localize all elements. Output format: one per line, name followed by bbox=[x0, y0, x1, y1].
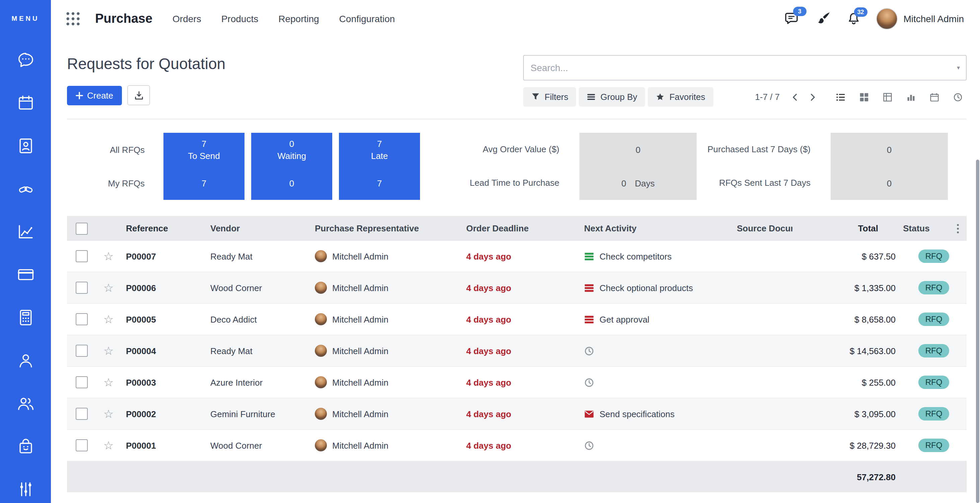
kanban-view-button[interactable] bbox=[855, 89, 873, 105]
clock-icon bbox=[584, 440, 594, 450]
next-activity[interactable] bbox=[579, 377, 732, 387]
tile-waiting[interactable]: 0Waiting 0 bbox=[251, 133, 332, 200]
representative-avatar bbox=[315, 282, 327, 294]
pivot-view-button[interactable] bbox=[879, 89, 896, 105]
header-reference[interactable]: Reference bbox=[121, 224, 205, 233]
favorite-star-icon[interactable]: ☆ bbox=[97, 282, 121, 294]
table-row[interactable]: ☆ P00003 Azure Interior Mitchell Admin 4… bbox=[67, 367, 967, 398]
tile-to-send[interactable]: 7To Send 7 bbox=[164, 133, 245, 200]
next-activity[interactable] bbox=[579, 346, 732, 356]
activity-view-button[interactable] bbox=[949, 89, 967, 105]
menu-orders[interactable]: Orders bbox=[172, 13, 201, 24]
sidebar-item-discuss[interactable] bbox=[0, 38, 51, 81]
next-activity[interactable]: Check optional products bbox=[579, 283, 732, 293]
favorite-star-icon[interactable]: ☆ bbox=[97, 377, 121, 388]
calendar-icon bbox=[16, 94, 35, 112]
table-row[interactable]: ☆ P00005 Deco Addict Mitchell Admin 4 da… bbox=[67, 304, 967, 335]
header-total[interactable]: Total bbox=[792, 224, 883, 233]
row-checkbox[interactable] bbox=[76, 408, 88, 420]
total-amount: $ 255.00 bbox=[810, 377, 901, 387]
menu-label[interactable]: MENU bbox=[12, 15, 40, 22]
group-by-button[interactable]: Group By bbox=[579, 87, 645, 107]
next-activity[interactable] bbox=[579, 440, 732, 450]
favorite-star-icon[interactable]: ☆ bbox=[97, 440, 121, 451]
next-activity[interactable]: Check competitors bbox=[579, 251, 732, 261]
search-dropdown-caret-icon[interactable]: ▾ bbox=[951, 64, 966, 71]
list-view-button[interactable] bbox=[832, 89, 850, 105]
table-row[interactable]: ☆ P00004 Ready Mat Mitchell Admin 4 days… bbox=[67, 335, 967, 367]
pager-previous-button[interactable] bbox=[786, 88, 804, 105]
table-row[interactable]: ☆ P00001 Wood Corner Mitchell Admin 4 da… bbox=[67, 430, 967, 461]
messages-button[interactable]: 3 bbox=[784, 11, 800, 27]
export-button[interactable] bbox=[127, 85, 150, 105]
vertical-scrollbar[interactable] bbox=[976, 160, 979, 503]
graph-view-button[interactable] bbox=[902, 89, 920, 105]
header-status[interactable]: Status bbox=[883, 224, 949, 233]
sidebar-item-contacts[interactable] bbox=[0, 124, 51, 167]
avg-order-value-label: Avg Order Value ($) bbox=[435, 144, 559, 155]
row-checkbox[interactable] bbox=[76, 345, 88, 357]
tile-last-7-days: 0 0 bbox=[830, 133, 948, 200]
calendar-view-button[interactable] bbox=[926, 89, 943, 105]
line-chart-icon bbox=[16, 222, 35, 240]
total-amount: $ 28,729.30 bbox=[810, 440, 901, 450]
sidebar-item-accounting[interactable] bbox=[0, 296, 51, 339]
sidebar-item-crm[interactable] bbox=[0, 167, 51, 210]
favorite-star-icon[interactable]: ☆ bbox=[97, 408, 121, 420]
create-button[interactable]: Create bbox=[67, 86, 122, 105]
header-order-deadline[interactable]: Order Deadline bbox=[461, 224, 579, 233]
total-amount: $ 14,563.00 bbox=[810, 346, 901, 356]
next-activity[interactable]: Get approval bbox=[579, 314, 732, 324]
header-representative[interactable]: Purchase Representative bbox=[309, 224, 461, 233]
main-menu: Orders Products Reporting Configuration bbox=[172, 13, 395, 24]
header-next-activity[interactable]: Next Activity bbox=[579, 224, 732, 233]
select-all-checkbox[interactable] bbox=[76, 222, 88, 235]
all-rfqs-label[interactable]: All RFQs bbox=[67, 145, 145, 155]
row-checkbox[interactable] bbox=[76, 439, 88, 451]
table-row[interactable]: ☆ P00006 Wood Corner Mitchell Admin 4 da… bbox=[67, 272, 967, 304]
favorites-button[interactable]: Favorites bbox=[648, 87, 713, 107]
sidebar-item-employees[interactable] bbox=[0, 339, 51, 382]
sidebar-item-invoicing[interactable] bbox=[0, 253, 51, 296]
tile-late[interactable]: 7Late 7 bbox=[339, 133, 420, 200]
my-rfqs-label[interactable]: My RFQs bbox=[67, 178, 145, 188]
row-checkbox[interactable] bbox=[76, 376, 88, 388]
funnel-icon bbox=[531, 93, 540, 101]
row-checkbox[interactable] bbox=[76, 250, 88, 262]
star-icon bbox=[656, 93, 665, 101]
filters-button[interactable]: Filters bbox=[523, 87, 576, 107]
search-input[interactable] bbox=[524, 56, 951, 80]
apps-grid-icon[interactable] bbox=[66, 11, 80, 26]
next-activity[interactable]: Send specifications bbox=[579, 409, 732, 419]
sidebar-item-referrals[interactable] bbox=[0, 382, 51, 425]
row-checkbox[interactable] bbox=[76, 282, 88, 294]
header-vendor[interactable]: Vendor bbox=[205, 224, 309, 233]
menu-reporting[interactable]: Reporting bbox=[278, 13, 319, 24]
row-checkbox[interactable] bbox=[76, 313, 88, 325]
plus-icon bbox=[76, 91, 83, 99]
pager-next-button[interactable] bbox=[804, 88, 821, 105]
user-icon bbox=[16, 351, 35, 369]
favorite-star-icon[interactable]: ☆ bbox=[97, 345, 121, 356]
theme-brush-button[interactable] bbox=[815, 11, 831, 27]
sidebar-item-sales[interactable] bbox=[0, 210, 51, 253]
table-row[interactable]: ☆ P00002 Gemini Furniture Mitchell Admin… bbox=[67, 398, 967, 430]
sidebar-item-settings[interactable] bbox=[0, 468, 51, 503]
sidebar-item-calendar[interactable] bbox=[0, 81, 51, 124]
favorite-star-icon[interactable]: ☆ bbox=[97, 313, 121, 325]
menu-products[interactable]: Products bbox=[221, 13, 259, 24]
order-deadline: 4 days ago bbox=[461, 314, 579, 324]
favorite-star-icon[interactable]: ☆ bbox=[97, 251, 121, 262]
optional-columns-button[interactable] bbox=[949, 223, 967, 234]
sidebar-item-purchase[interactable] bbox=[0, 425, 51, 468]
purchase-representative: Mitchell Admin bbox=[309, 345, 461, 357]
activities-button[interactable]: 32 bbox=[846, 11, 861, 27]
rfq-reference: P00004 bbox=[121, 346, 205, 356]
app-title[interactable]: Purchase bbox=[95, 11, 153, 26]
menu-configuration[interactable]: Configuration bbox=[339, 13, 395, 24]
table-row[interactable]: ☆ P00007 Ready Mat Mitchell Admin 4 days… bbox=[67, 241, 967, 272]
user-menu[interactable]: Mitchell Admin bbox=[876, 8, 964, 29]
table-footer: 57,272.80 bbox=[67, 461, 967, 492]
representative-avatar bbox=[315, 345, 327, 357]
header-source-document[interactable]: Source Document bbox=[732, 224, 792, 233]
